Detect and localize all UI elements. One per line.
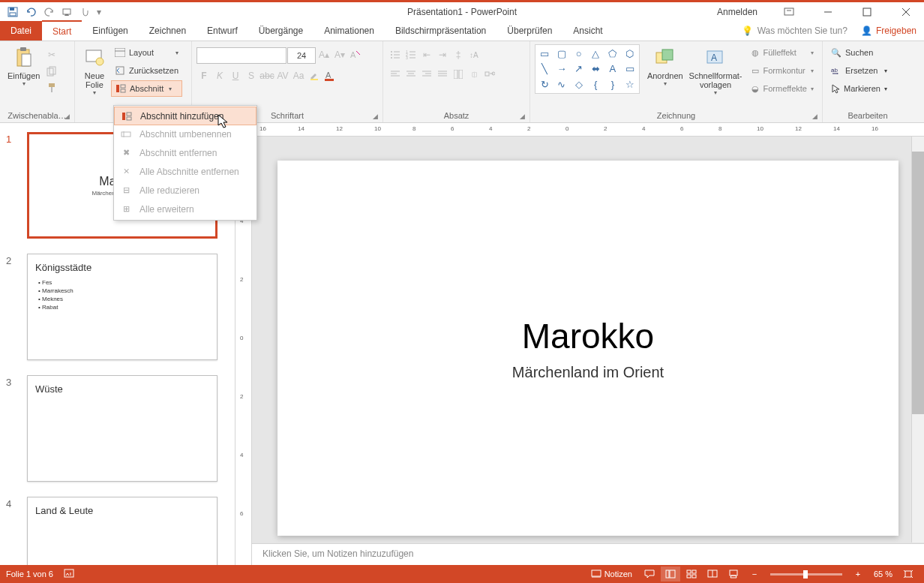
- shapeeffects-button[interactable]: ◒Formeffekte▾: [748, 80, 818, 97]
- minimize-icon[interactable]: [813, 3, 843, 21]
- shadow-icon[interactable]: S: [244, 68, 259, 83]
- copy-icon[interactable]: [44, 64, 59, 79]
- share-button[interactable]: 👤 Freigeben: [861, 26, 916, 36]
- dialog-launcher-icon[interactable]: ◢: [812, 113, 820, 120]
- save-icon[interactable]: [4, 4, 21, 20]
- svg-rect-6: [863, 8, 871, 16]
- tab-entwurf[interactable]: Entwurf: [196, 21, 248, 41]
- font-size-input[interactable]: [287, 47, 316, 64]
- zoom-level[interactable]: 65 %: [874, 569, 892, 578]
- slide-thumbnail[interactable]: Land & Leute: [27, 497, 218, 565]
- maximize-icon[interactable]: [852, 3, 882, 21]
- comments-icon[interactable]: [640, 566, 659, 581]
- reading-view-icon[interactable]: [703, 566, 722, 581]
- notes-toggle-button[interactable]: Notizen: [585, 566, 638, 581]
- undo-icon[interactable]: [22, 4, 39, 20]
- cut-icon[interactable]: ✂: [44, 47, 59, 62]
- paste-button[interactable]: Einfügen ▾: [4, 44, 43, 89]
- columns-icon[interactable]: [451, 67, 466, 82]
- strike-icon[interactable]: abc: [260, 68, 274, 83]
- rename-icon: [120, 128, 132, 140]
- normal-view-icon[interactable]: [661, 566, 680, 581]
- indent-inc-icon[interactable]: ⇥: [435, 47, 450, 62]
- outline-icon: ▭: [752, 66, 759, 76]
- zoom-in-icon[interactable]: +: [848, 566, 868, 581]
- increase-font-icon[interactable]: A▴: [316, 47, 332, 62]
- align-justify-icon[interactable]: [435, 67, 450, 82]
- tab-zeichnen[interactable]: Zeichnen: [139, 21, 196, 41]
- new-slide-button[interactable]: Neue Folie ▾: [80, 44, 110, 98]
- bold-icon[interactable]: F: [196, 68, 212, 83]
- dialog-launcher-icon[interactable]: ◢: [373, 113, 380, 120]
- quickstyles-button[interactable]: A Schnellformat- vorlagen ▾: [686, 44, 746, 98]
- shapefill-button[interactable]: ◍Fülleffekt▾: [748, 44, 818, 61]
- search-icon: 🔍: [831, 48, 842, 58]
- tab-ansicht[interactable]: Ansicht: [562, 21, 613, 41]
- slide-thumbnail[interactable]: KönigsstädteFesMarrakeschMeknesRabat: [27, 254, 218, 360]
- decrease-font-icon[interactable]: A▾: [332, 47, 347, 62]
- slide-indicator[interactable]: Folie 1 von 6: [6, 569, 53, 578]
- dialog-launcher-icon[interactable]: ◢: [520, 113, 527, 120]
- section-button[interactable]: Abschnitt▾: [111, 80, 182, 97]
- startfrombeginning-icon[interactable]: [58, 4, 75, 20]
- smartart-icon[interactable]: [482, 67, 497, 82]
- find-button[interactable]: 🔍Suchen: [827, 44, 891, 61]
- tab-ueberpruefen[interactable]: Überprüfen: [496, 21, 562, 41]
- select-button[interactable]: Markieren▾: [827, 80, 891, 97]
- notes-pane[interactable]: Klicken Sie, um Notizen hinzuzufügen: [252, 543, 924, 565]
- tab-animationen[interactable]: Animationen: [314, 21, 385, 41]
- redo-icon[interactable]: [40, 4, 57, 20]
- tab-einfuegen[interactable]: Einfügen: [82, 21, 138, 41]
- slide-title[interactable]: Marokko: [522, 316, 654, 356]
- highlight-icon[interactable]: [307, 68, 322, 83]
- slide-thumbnail[interactable]: Wüste: [27, 375, 218, 482]
- font-name-input[interactable]: [196, 47, 286, 64]
- close-icon[interactable]: [891, 3, 921, 21]
- slideshow-view-icon[interactable]: [724, 566, 743, 581]
- charspacing-icon[interactable]: AV: [275, 68, 290, 83]
- align-right-icon[interactable]: [419, 67, 434, 82]
- tab-bildschirm[interactable]: Bildschirmpräsentation: [385, 21, 496, 41]
- indent-dec-icon[interactable]: ⇤: [419, 47, 434, 62]
- linespacing-icon[interactable]: ‡: [451, 47, 466, 62]
- zoom-out-icon[interactable]: −: [745, 566, 764, 581]
- arrange-button[interactable]: Anordnen ▾: [644, 44, 686, 89]
- menu-add-section[interactable]: Abschnitt hinzufügen: [114, 107, 256, 125]
- clear-format-icon[interactable]: A: [348, 47, 363, 62]
- svg-text:A: A: [326, 71, 332, 80]
- zoom-slider[interactable]: [770, 573, 842, 575]
- shapes-gallery[interactable]: ▭▢○△⬠⬡ ╲→↗⬌A▭ ↻∿◇{}☆: [535, 44, 640, 94]
- italic-icon[interactable]: K: [212, 68, 227, 83]
- layout-button[interactable]: Layout▾: [111, 44, 182, 61]
- tab-uebergaenge[interactable]: Übergänge: [248, 21, 314, 41]
- aligntext-icon[interactable]: ⎅: [466, 67, 482, 82]
- svg-rect-53: [454, 70, 458, 79]
- dialog-launcher-icon[interactable]: ◢: [64, 113, 72, 120]
- tab-start[interactable]: Start: [42, 20, 82, 41]
- sorter-view-icon[interactable]: [682, 566, 701, 581]
- qat-dropdown-icon[interactable]: ▾: [94, 4, 104, 20]
- signin-link[interactable]: Anmelden: [717, 7, 758, 17]
- touchmouse-icon[interactable]: [76, 4, 93, 20]
- slide-subtitle[interactable]: Märchenland im Orient: [512, 364, 664, 381]
- slide-canvas[interactable]: Marokko Märchenland im Orient: [278, 161, 898, 536]
- ribbon-display-icon[interactable]: [774, 3, 804, 21]
- changecase-icon[interactable]: Aa: [291, 68, 306, 83]
- tab-datei[interactable]: Datei: [0, 21, 42, 41]
- replace-button[interactable]: abErsetzen▾: [827, 62, 891, 79]
- bullets-icon[interactable]: [388, 47, 403, 62]
- shapeoutline-button[interactable]: ▭Formkontur▾: [748, 62, 818, 79]
- textdirection-icon[interactable]: ↕A: [466, 47, 482, 62]
- fit-to-window-icon[interactable]: [898, 566, 918, 581]
- align-left-icon[interactable]: [388, 67, 403, 82]
- reset-button[interactable]: Zurücksetzen: [111, 62, 182, 79]
- vertical-scrollbar[interactable]: [911, 137, 924, 542]
- underline-icon[interactable]: U: [228, 68, 243, 83]
- numbering-icon[interactable]: 123: [404, 47, 418, 62]
- tell-me-search[interactable]: 💡 Was möchten Sie tun?: [742, 26, 848, 36]
- align-center-icon[interactable]: [404, 67, 418, 82]
- arrange-icon: [653, 46, 677, 70]
- formatpainter-icon[interactable]: [44, 80, 59, 95]
- spellcheck-icon[interactable]: [64, 569, 76, 579]
- fontcolor-icon[interactable]: A: [322, 68, 338, 83]
